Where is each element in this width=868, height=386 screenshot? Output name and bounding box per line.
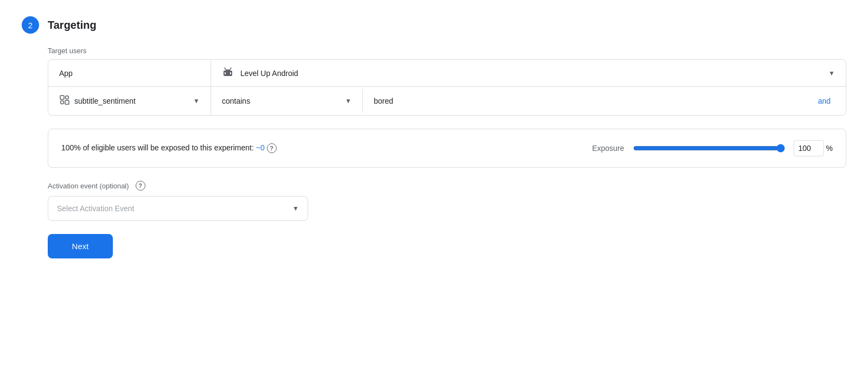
filter-property-name: subtitle_sentiment xyxy=(74,97,189,105)
section-header: 2 Targeting xyxy=(22,16,846,34)
exposure-slider[interactable] xyxy=(633,144,785,153)
exposure-label: Exposure xyxy=(592,144,624,153)
step-badge: 2 xyxy=(22,16,39,34)
exposure-card: 100% of eligible users will be exposed t… xyxy=(48,129,846,168)
svg-point-8 xyxy=(61,101,64,104)
activation-placeholder: Select Activation Event xyxy=(57,204,292,213)
exposure-text: 100% of eligible users will be exposed t… xyxy=(61,143,579,153)
app-row: App Le xyxy=(48,60,846,87)
help-icon[interactable]: ? xyxy=(267,143,277,153)
page-title: Targeting xyxy=(48,19,97,31)
percent-label: % xyxy=(826,144,833,153)
target-users-section: Target users App xyxy=(48,47,846,116)
filter-operator-name: contains xyxy=(222,97,341,105)
filter-value-text: bored xyxy=(374,97,393,105)
activation-label-row: Activation event (optional) ? xyxy=(48,181,846,191)
activation-section: Activation event (optional) ? Select Act… xyxy=(48,181,846,221)
app-dropdown-arrow-icon: ▼ xyxy=(828,69,835,77)
target-users-label: Target users xyxy=(48,47,846,55)
svg-rect-5 xyxy=(230,72,231,74)
filter-property-icon xyxy=(59,94,70,107)
activation-event-dropdown[interactable]: Select Activation Event ▼ xyxy=(48,196,308,221)
activation-help-icon[interactable]: ? xyxy=(136,181,145,191)
and-button[interactable]: and xyxy=(818,97,831,105)
filter-operator-dropdown-icon: ▼ xyxy=(345,97,352,105)
svg-rect-1 xyxy=(226,69,230,72)
target-users-card: App Le xyxy=(48,59,846,116)
android-icon xyxy=(222,66,234,80)
activation-dropdown-arrow-icon: ▼ xyxy=(292,205,299,212)
filter-operator-selector[interactable]: contains ▼ xyxy=(211,89,363,113)
svg-rect-6 xyxy=(60,96,64,99)
app-selector[interactable]: Level Up Android ▼ xyxy=(211,60,846,86)
exposure-controls: Exposure % xyxy=(592,140,833,156)
filter-property-dropdown-icon: ▼ xyxy=(193,97,200,105)
app-name: Level Up Android xyxy=(240,69,822,78)
exposure-value-box: % xyxy=(794,140,833,156)
exposure-count[interactable]: ~0 xyxy=(256,143,265,152)
svg-line-2 xyxy=(225,68,226,69)
app-cell-label: App xyxy=(48,60,211,86)
filter-value-cell: bored and xyxy=(363,89,846,113)
exposure-value-input[interactable] xyxy=(794,140,824,156)
svg-point-7 xyxy=(66,96,69,99)
svg-rect-4 xyxy=(225,72,226,74)
page-container: 2 Targeting Target users App xyxy=(0,0,868,386)
filter-row: subtitle_sentiment ▼ contains ▼ bored an… xyxy=(48,87,846,115)
content-area: Target users App xyxy=(48,47,846,258)
activation-label: Activation event (optional) xyxy=(48,182,129,190)
next-button-container: Next xyxy=(48,234,846,258)
filter-property-selector[interactable]: subtitle_sentiment ▼ xyxy=(48,87,211,115)
svg-rect-9 xyxy=(65,100,69,104)
svg-line-3 xyxy=(230,68,231,69)
next-button[interactable]: Next xyxy=(48,234,113,258)
